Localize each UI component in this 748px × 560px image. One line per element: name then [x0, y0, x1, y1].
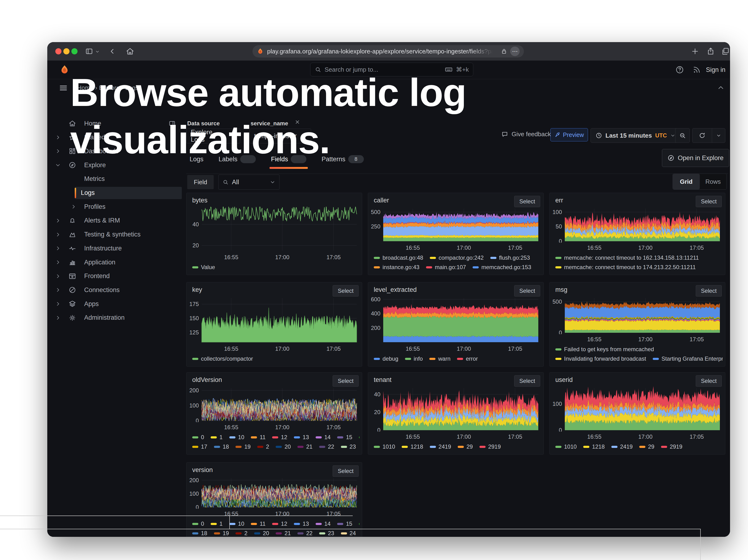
sidebar-toggle-icon[interactable] — [85, 47, 93, 55]
legend-item[interactable]: memcache: connect timeout to 174.213.22.… — [555, 264, 696, 271]
panel-select-button[interactable]: Select — [333, 375, 359, 387]
legend-item[interactable]: 11 — [251, 520, 265, 527]
legend-item[interactable]: 10 — [229, 434, 244, 441]
legend-item[interactable]: 15 — [337, 520, 352, 527]
legend-item[interactable]: flush.go:253 — [490, 254, 530, 261]
legend-item[interactable]: 19 — [235, 443, 251, 450]
legend-item[interactable]: 2419 — [611, 443, 633, 450]
refresh-interval-dropdown[interactable] — [712, 128, 725, 143]
legend-item[interactable]: 1 — [211, 520, 223, 527]
legend-item[interactable]: 19 — [214, 530, 229, 537]
legend-item[interactable]: 2419 — [430, 443, 451, 450]
legend-item[interactable]: 29 — [458, 443, 473, 450]
share-icon[interactable] — [706, 47, 715, 55]
traffic-light-zoom[interactable] — [71, 48, 77, 54]
give-feedback-button[interactable]: Give feedback — [501, 131, 551, 138]
legend-item[interactable]: 2 — [257, 443, 269, 450]
home-chrome-icon[interactable] — [126, 47, 134, 55]
legend-item[interactable]: 0 — [192, 520, 204, 527]
legend-item[interactable]: 21 — [276, 530, 291, 537]
sidebar-item-alerts-irm[interactable]: Alerts & IRM — [53, 214, 182, 227]
legend-item[interactable]: warn — [429, 355, 450, 362]
legend-item[interactable]: 17 — [192, 443, 207, 450]
view-toggle-rows[interactable]: Rows — [700, 174, 727, 189]
grafana-logo-icon[interactable] — [59, 64, 70, 75]
panel-select-button[interactable]: Select — [514, 285, 540, 297]
sidebar-item-logs[interactable]: Logs — [75, 187, 182, 199]
hamburger-menu-icon[interactable] — [59, 83, 68, 93]
legend-item[interactable]: 2919 — [661, 443, 682, 450]
tab-overview-icon[interactable] — [721, 47, 729, 55]
field-search-select[interactable]: All — [218, 174, 279, 190]
legend-item[interactable]: debug — [374, 355, 398, 362]
panel-select-button[interactable]: Select — [696, 285, 722, 297]
sidebar-item-application[interactable]: Application — [53, 256, 182, 269]
url-bar[interactable]: play.grafana.org/a/grafana-lokiexplore-a… — [253, 45, 524, 57]
legend-item[interactable]: 11 — [251, 434, 265, 441]
legend-item[interactable]: Invalidating forwarded broadcast — [555, 355, 646, 362]
traffic-light-minimize[interactable] — [63, 48, 70, 54]
legend-item[interactable]: 18 — [192, 530, 207, 537]
legend-item[interactable]: Value — [192, 264, 215, 271]
sidebar-item-administration[interactable]: Administration — [53, 312, 182, 324]
legend-item[interactable]: 13 — [294, 520, 309, 527]
preview-badge[interactable]: Preview — [551, 128, 588, 141]
legend-item[interactable]: info — [405, 355, 423, 362]
legend-item[interactable]: instance.go:43 — [374, 264, 419, 271]
legend-item[interactable]: 12 — [272, 434, 287, 441]
more-options-icon[interactable]: ⋯ — [510, 47, 520, 56]
legend-item[interactable]: 1218 — [583, 443, 605, 450]
legend-item[interactable]: memcached.go:153 — [473, 264, 531, 271]
legend-item[interactable]: compactor.go:242 — [430, 254, 484, 261]
time-range-picker[interactable]: Last 15 minutes UTC — [590, 128, 680, 143]
legend-item[interactable]: 23 — [319, 530, 334, 537]
legend-item[interactable]: 2 — [235, 530, 247, 537]
legend-item[interactable]: 16 — [359, 520, 359, 527]
panel-select-button[interactable]: Select — [514, 375, 540, 387]
legend-item[interactable]: 21 — [297, 443, 312, 450]
legend-item[interactable]: 12 — [272, 520, 287, 527]
collapse-chevron-up-icon[interactable] — [717, 84, 725, 92]
legend-item[interactable]: 15 — [337, 434, 352, 441]
legend-item[interactable]: 22 — [319, 443, 334, 450]
open-in-explore-button[interactable]: Open in Explore — [662, 149, 729, 167]
panel-select-button[interactable]: Select — [514, 196, 540, 207]
sidebar-item-apps[interactable]: Apps — [53, 298, 182, 310]
panel-select-button[interactable]: Select — [696, 375, 722, 387]
panel-select-button[interactable]: Select — [696, 196, 722, 207]
legend-item[interactable]: 16 — [359, 434, 359, 441]
refresh-button[interactable] — [692, 128, 712, 143]
legend-item[interactable]: 20 — [254, 530, 269, 537]
back-icon[interactable] — [108, 47, 116, 55]
news-rss-icon[interactable] — [692, 65, 701, 74]
chevron-down-icon[interactable] — [95, 49, 100, 54]
legend-item[interactable]: 0 — [192, 434, 204, 441]
legend-item[interactable]: 24 — [341, 530, 356, 537]
sidebar-item-profiles[interactable]: Profiles — [53, 201, 182, 213]
legend-item[interactable]: 1010 — [555, 443, 577, 450]
help-icon[interactable] — [675, 65, 684, 74]
legend-item[interactable]: 13 — [294, 434, 309, 441]
sidebar-item-infrastructure[interactable]: Infrastructure — [53, 242, 182, 254]
legend-item[interactable]: 29 — [639, 443, 654, 450]
legend-item[interactable]: error — [457, 355, 478, 362]
sidebar-item-testing-synthetics[interactable]: Testing & synthetics — [53, 229, 182, 241]
legend-item[interactable]: collectors/compactor — [192, 355, 253, 362]
legend-item[interactable]: Starting Grafana Enterpri — [653, 355, 723, 362]
legend-item[interactable]: Failed to get keys from memcached — [555, 346, 654, 353]
legend-item[interactable]: 10 — [229, 520, 244, 527]
panel-select-button[interactable]: Select — [333, 465, 359, 477]
legend-item[interactable]: 1 — [211, 434, 223, 441]
sign-in-link[interactable]: Sign in — [706, 66, 726, 73]
view-toggle-grid[interactable]: Grid — [673, 174, 700, 189]
legend-item[interactable]: 23 — [341, 443, 356, 450]
new-tab-icon[interactable] — [691, 47, 699, 55]
sidebar-item-frontend[interactable]: Frontend — [53, 270, 182, 282]
legend-item[interactable]: 1010 — [374, 443, 395, 450]
sidebar-item-metrics[interactable]: Metrics — [53, 173, 182, 185]
traffic-light-close[interactable] — [55, 48, 62, 54]
legend-item[interactable]: 14 — [315, 520, 331, 527]
legend-item[interactable]: 1218 — [402, 443, 423, 450]
legend-item[interactable]: 2919 — [480, 443, 501, 450]
legend-item[interactable]: 22 — [297, 530, 312, 537]
